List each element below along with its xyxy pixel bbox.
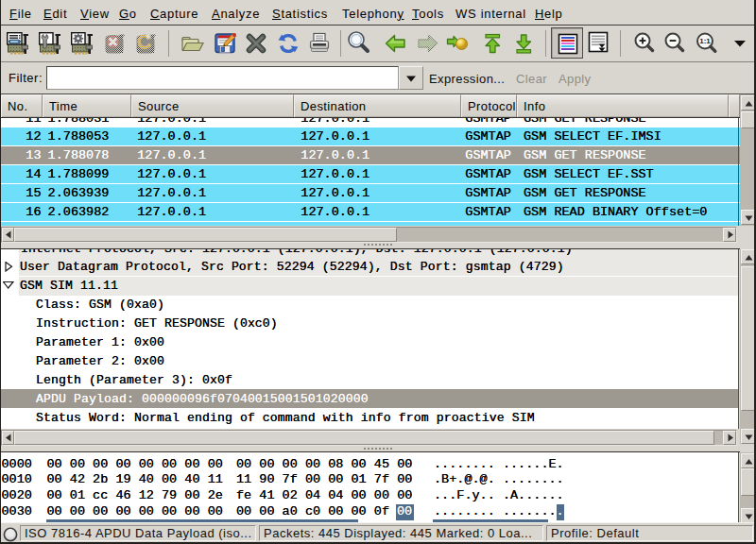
svg-text:1:1: 1:1 <box>699 37 711 45</box>
